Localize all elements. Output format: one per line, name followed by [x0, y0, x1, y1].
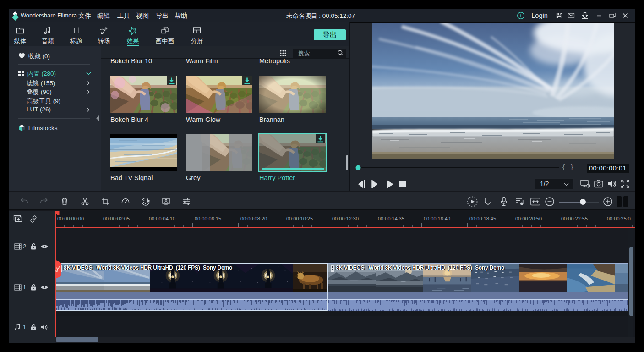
svg-text:00:00:12:30: 00:00:12:30: [332, 216, 359, 221]
svg-text:00:00:14:35: 00:00:14:35: [378, 216, 404, 221]
svg-text:00:00:22:55: 00:00:22:55: [561, 216, 588, 221]
svg-text:00:00:06:15: 00:00:06:15: [195, 216, 221, 221]
svg-text:00:00:04:10: 00:00:04:10: [149, 216, 175, 221]
svg-text:00:00:02:05: 00:00:02:05: [103, 216, 130, 221]
svg-text:00:00:16:40: 00:00:16:40: [424, 216, 450, 221]
svg-text:00:00:10:25: 00:00:10:25: [286, 216, 313, 221]
svg-text:00:00:25:0: 00:00:25:0: [607, 216, 631, 221]
svg-text:00:00:08:20: 00:00:08:20: [240, 216, 267, 221]
svg-text:00:00:00:00: 00:00:00:00: [57, 216, 84, 221]
svg-text:00:00:20:50: 00:00:20:50: [515, 216, 542, 221]
svg-text:00:00:18:45: 00:00:18:45: [469, 216, 496, 221]
